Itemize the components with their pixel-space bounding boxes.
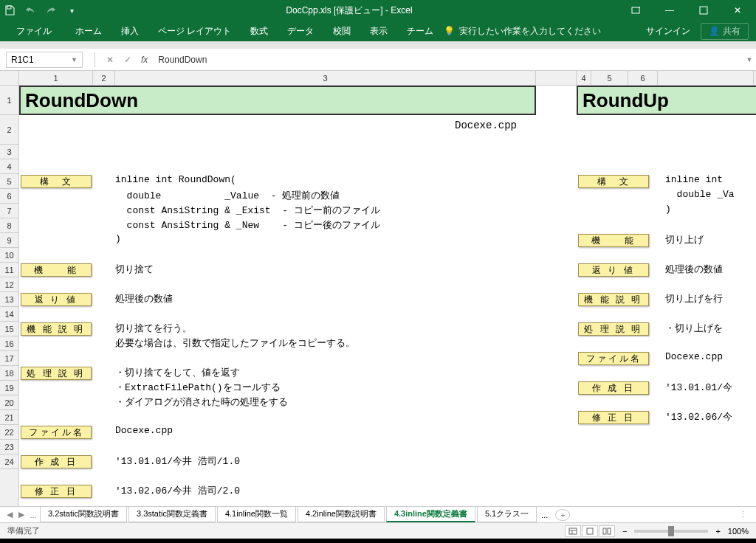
save-icon[interactable] bbox=[3, 4, 16, 17]
row-header[interactable]: 12 bbox=[0, 277, 18, 292]
redo-icon[interactable] bbox=[44, 4, 58, 17]
row-header[interactable]: 16 bbox=[0, 336, 18, 351]
sheet-tab[interactable]: 4.2inline関数説明書 bbox=[298, 507, 385, 522]
row-header[interactable]: 8 bbox=[0, 218, 18, 233]
zoom-in-button[interactable]: + bbox=[715, 527, 720, 536]
select-all-corner[interactable] bbox=[0, 71, 19, 85]
sheet-tab[interactable]: 4.3inline関数定義書 bbox=[386, 507, 475, 522]
row-header[interactable]: 18 bbox=[0, 366, 18, 381]
status-ready: 準備完了 bbox=[7, 525, 40, 536]
tab-data[interactable]: データ bbox=[278, 21, 323, 41]
ribbon-gap bbox=[0, 41, 756, 49]
column-header[interactable]: 2 bbox=[93, 71, 115, 85]
sheet-ellipsis[interactable]: ... bbox=[28, 511, 38, 519]
formula-input[interactable]: RoundDown bbox=[152, 55, 743, 65]
ret-r: 処理後の数値 bbox=[665, 263, 723, 276]
name-box[interactable]: R1C1 ▼ bbox=[6, 52, 83, 68]
share-button[interactable]: 👤 共有 bbox=[701, 23, 749, 40]
column-header[interactable] bbox=[536, 71, 577, 85]
return-text: 処理後の数値 bbox=[115, 292, 173, 305]
row-header[interactable]: 2 bbox=[0, 115, 18, 145]
func-text: 切り捨て bbox=[115, 263, 154, 276]
column-header[interactable]: 4 bbox=[577, 71, 591, 85]
status-bar: 準備完了 − + 100% bbox=[0, 522, 756, 539]
column-header[interactable]: 5 bbox=[591, 71, 628, 85]
row-header[interactable]: 19 bbox=[0, 381, 18, 395]
sheet-tab[interactable]: 4.1inline関数一覧 bbox=[217, 507, 296, 522]
qat-more-icon[interactable]: ▾ bbox=[65, 4, 78, 17]
tab-pagelayout[interactable]: ページ レイアウト bbox=[149, 21, 240, 41]
view-pagelayout-icon[interactable] bbox=[582, 525, 598, 537]
view-normal-icon[interactable] bbox=[565, 525, 581, 537]
row-header[interactable]: 13 bbox=[0, 292, 18, 307]
titlebar: ▾ DocCpp.xls [保護ビュー] - Excel — ✕ bbox=[0, 0, 756, 21]
title-roundup[interactable]: RoundUp bbox=[577, 86, 756, 115]
accept-formula-icon[interactable]: ✓ bbox=[119, 52, 137, 68]
sheet-tab[interactable]: 3.3static関数定義書 bbox=[128, 507, 216, 522]
sheet-nav-prev[interactable]: ◀ bbox=[4, 510, 15, 519]
row-header[interactable]: 1 bbox=[0, 86, 18, 115]
tab-formulas[interactable]: 数式 bbox=[241, 21, 277, 41]
column-header[interactable]: 3 bbox=[115, 71, 536, 85]
row-header[interactable]: 3 bbox=[0, 145, 18, 159]
row-header[interactable]: 20 bbox=[0, 395, 18, 410]
row-header[interactable]: 15 bbox=[0, 322, 18, 336]
row-header[interactable]: 4 bbox=[0, 159, 18, 174]
row-header[interactable]: 23 bbox=[0, 440, 18, 454]
label-createdate: 作 成 日 bbox=[21, 455, 92, 468]
minimize-button[interactable]: — bbox=[654, 1, 685, 19]
zoom-level[interactable]: 100% bbox=[728, 527, 749, 536]
column-header[interactable]: 6 bbox=[628, 71, 658, 85]
svg-rect-2 bbox=[700, 7, 707, 14]
chevron-down-icon[interactable]: ▼ bbox=[71, 56, 78, 63]
syntax-line: const AnsiString & _New - コピー後のファイル bbox=[115, 218, 380, 232]
svg-rect-7 bbox=[603, 528, 606, 534]
row-header[interactable]: 11 bbox=[0, 263, 18, 277]
svg-rect-3 bbox=[569, 528, 577, 534]
close-button[interactable]: ✕ bbox=[722, 1, 753, 19]
row-header[interactable]: 21 bbox=[0, 410, 18, 425]
label-syntax-r: 構 文 bbox=[578, 175, 649, 188]
row-header[interactable]: 17 bbox=[0, 351, 18, 366]
tab-insert[interactable]: 挿入 bbox=[112, 21, 148, 41]
row-header[interactable]: 9 bbox=[0, 233, 18, 248]
row-header[interactable]: 10 bbox=[0, 248, 18, 263]
column-header[interactable] bbox=[658, 71, 754, 85]
sheet-more[interactable]: ... bbox=[538, 511, 551, 519]
row-header[interactable]: 7 bbox=[0, 204, 18, 218]
zoom-out-button[interactable]: − bbox=[622, 527, 627, 536]
sheet-nav-next[interactable]: ▶ bbox=[16, 510, 27, 519]
column-header[interactable]: 1 bbox=[19, 71, 93, 85]
tab-team[interactable]: チーム bbox=[398, 21, 442, 41]
tab-home[interactable]: ホーム bbox=[66, 21, 111, 41]
ribbon-options-icon[interactable] bbox=[620, 1, 651, 19]
row-header[interactable]: 6 bbox=[0, 189, 18, 204]
tell-me[interactable]: 💡 実行したい作業を入力してください bbox=[444, 25, 601, 38]
cancel-formula-icon[interactable]: ✕ bbox=[101, 52, 119, 68]
undo-icon[interactable] bbox=[24, 4, 37, 17]
expand-formula-icon[interactable]: ▼ bbox=[743, 56, 756, 63]
title-rounddown[interactable]: RoundDown bbox=[19, 86, 536, 115]
syntax-r: double _Va bbox=[665, 189, 735, 200]
fdesc-r: 切り上げを行 bbox=[665, 292, 723, 305]
zoom-slider[interactable] bbox=[634, 530, 708, 533]
cells-area[interactable]: RoundDown Docexe.cpp 構 文 inline int Roun… bbox=[19, 86, 756, 506]
sheet-tab[interactable]: 5.1クラス一 bbox=[477, 507, 537, 522]
sheet-tab[interactable]: 3.2static関数説明書 bbox=[40, 507, 127, 522]
tab-view[interactable]: 表示 bbox=[361, 21, 396, 41]
zoom-handle[interactable] bbox=[668, 526, 674, 536]
signin-link[interactable]: サインイン bbox=[637, 21, 699, 41]
row-header[interactable]: 24 bbox=[0, 454, 18, 469]
pdesc-r: ・切り上げを bbox=[665, 322, 723, 335]
row-header[interactable]: 22 bbox=[0, 425, 18, 440]
tab-file[interactable]: ファイル bbox=[7, 21, 65, 41]
view-pagebreak-icon[interactable] bbox=[599, 525, 615, 537]
maximize-button[interactable] bbox=[688, 1, 719, 19]
row-header[interactable]: 5 bbox=[0, 174, 18, 189]
row-header[interactable]: 14 bbox=[0, 307, 18, 322]
sheet-options-icon[interactable]: ⋮ bbox=[735, 510, 752, 519]
procdesc-line: ・ダイアログが消された時の処理をする bbox=[115, 395, 288, 409]
tab-review[interactable]: 校閲 bbox=[324, 21, 360, 41]
fx-icon[interactable]: fx bbox=[141, 55, 148, 65]
add-sheet-button[interactable]: + bbox=[555, 509, 570, 521]
